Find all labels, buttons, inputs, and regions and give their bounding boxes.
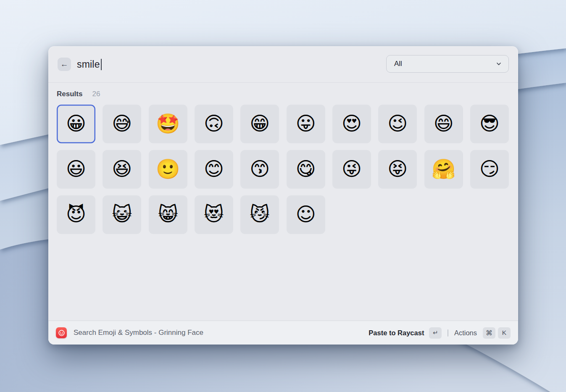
emoji-cell-upside-down-face[interactable]: 🙃 xyxy=(195,105,233,143)
emoji-cell-grinning-face[interactable]: 😀 xyxy=(57,105,95,143)
results-count: 26 xyxy=(92,90,100,98)
emoji-cell-smirking-face[interactable]: 😏 xyxy=(470,150,509,189)
status-title: Search Emoji & Symbols - Grinning Face xyxy=(74,329,203,337)
enter-keycap: ↵ xyxy=(429,327,442,339)
return-icon: ↵ xyxy=(433,329,438,337)
emoji-cell-slightly-smiling-face[interactable]: 🙂 xyxy=(149,150,187,189)
status-divider xyxy=(448,329,448,337)
paste-to-raycast-button[interactable]: Paste to Raycast xyxy=(369,329,424,337)
emoji-char: 😼 xyxy=(250,205,270,224)
status-bar: Search Emoji & Symbols - Grinning Face P… xyxy=(48,321,518,345)
command-icon: ⌘ xyxy=(486,329,492,337)
emoji-cell-grinning-squinting-face[interactable]: 😆 xyxy=(103,150,141,189)
raycast-window: ← smile All Results 26 😀😅🤩🙃😁😛😍😉😄😎😃😆🙂😊😙😋😜… xyxy=(48,46,518,345)
emoji-char: 😆 xyxy=(112,159,132,179)
emoji-char: 😃 xyxy=(66,159,86,179)
emoji-cell-grinning-cat[interactable]: 😺 xyxy=(103,195,141,234)
emoji-cell-grinning-face-with-sweat[interactable]: 😅 xyxy=(103,105,141,143)
emoji-char: 😈 xyxy=(66,205,86,224)
results-label: Results xyxy=(57,90,82,98)
emoji-char: 😄 xyxy=(434,114,454,133)
chevron-down-icon xyxy=(496,61,502,67)
emoji-char: 🙃 xyxy=(204,114,224,133)
filter-selected-value: All xyxy=(394,60,402,68)
cmd-keycap: ⌘ xyxy=(483,327,495,339)
smiley-icon xyxy=(58,329,65,337)
k-keycap: K xyxy=(498,327,511,339)
emoji-cell-grinning-face-with-smiling-eyes[interactable]: 😄 xyxy=(424,105,463,143)
emoji-char: 😎 xyxy=(479,114,500,133)
emoji-cell-face-with-tongue[interactable]: 😛 xyxy=(287,105,325,143)
actions-button[interactable]: Actions xyxy=(454,329,477,337)
emoji-grid: 😀😅🤩🙃😁😛😍😉😄😎😃😆🙂😊😙😋😜😝🤗😏😈😺😸😻😼☺︎ xyxy=(57,105,509,234)
emoji-cell-winking-face-with-tongue[interactable]: 😜 xyxy=(332,150,371,189)
results-header: Results 26 xyxy=(57,90,100,98)
emoji-char: 😍 xyxy=(342,114,362,133)
emoji-cell-smiling-face-with-horns[interactable]: 😈 xyxy=(57,195,95,234)
desktop: ← smile All Results 26 😀😅🤩🙃😁😛😍😉😄😎😃😆🙂😊😙😋😜… xyxy=(0,0,566,392)
emoji-cell-squinting-face-with-tongue[interactable]: 😝 xyxy=(378,150,417,189)
raycast-emoji-app-icon xyxy=(56,327,67,338)
emoji-cell-beaming-face-with-smiling-eyes[interactable]: 😁 xyxy=(240,105,279,143)
emoji-char: 😀 xyxy=(66,114,86,133)
emoji-char: 😺 xyxy=(112,205,132,224)
emoji-cell-cat-with-wry-smile[interactable]: 😼 xyxy=(240,195,279,234)
emoji-cell-smiling-face-with-open-hands[interactable]: 🤗 xyxy=(424,150,463,189)
emoji-char: 😋 xyxy=(296,159,316,179)
emoji-char: 😏 xyxy=(479,159,500,179)
emoji-char: 🤗 xyxy=(432,159,455,179)
emoji-char: 😸 xyxy=(158,205,178,224)
emoji-cell-winking-face[interactable]: 😉 xyxy=(378,105,417,143)
emoji-char: 😉 xyxy=(387,114,408,133)
emoji-char: 🙂 xyxy=(156,159,180,179)
emoji-char: 😊 xyxy=(204,159,224,179)
back-button[interactable]: ← xyxy=(58,58,71,71)
emoji-cell-grinning-face-with-big-eyes[interactable]: 😃 xyxy=(57,150,95,189)
emoji-char: ☺︎ xyxy=(296,205,316,224)
emoji-cell-smiling-face-with-heart-eyes[interactable]: 😍 xyxy=(332,105,371,143)
emoji-cell-grinning-cat-with-smiling-eyes[interactable]: 😸 xyxy=(149,195,187,234)
search-query-text: smile xyxy=(77,59,100,70)
emoji-char: 😻 xyxy=(204,205,224,224)
search-input[interactable]: smile xyxy=(77,59,102,70)
k-key-label: K xyxy=(502,329,506,337)
text-cursor xyxy=(101,59,102,70)
emoji-char: 😛 xyxy=(296,114,316,133)
emoji-char: 😝 xyxy=(387,159,408,179)
emoji-char: 😁 xyxy=(250,114,270,133)
status-actions: Paste to Raycast ↵ Actions ⌘ K xyxy=(369,327,511,339)
arrow-left-icon: ← xyxy=(61,60,68,69)
emoji-char: 😜 xyxy=(342,159,362,179)
emoji-cell-white-smiling-face[interactable]: ☺︎ xyxy=(287,195,325,234)
emoji-cell-smiling-face-with-smiling-eyes[interactable]: 😊 xyxy=(195,150,233,189)
emoji-cell-smiling-cat-with-heart-eyes[interactable]: 😻 xyxy=(195,195,233,234)
emoji-char: 😅 xyxy=(112,114,132,133)
emoji-cell-smiling-face-with-sunglasses[interactable]: 😎 xyxy=(470,105,509,143)
emoji-char: 🤩 xyxy=(156,114,180,133)
category-filter-dropdown[interactable]: All xyxy=(386,55,509,73)
emoji-char: 😙 xyxy=(250,159,270,179)
emoji-cell-star-struck[interactable]: 🤩 xyxy=(149,105,187,143)
emoji-cell-kissing-face-with-smiling-eyes[interactable]: 😙 xyxy=(240,150,279,189)
emoji-cell-face-savoring-food[interactable]: 😋 xyxy=(287,150,325,189)
